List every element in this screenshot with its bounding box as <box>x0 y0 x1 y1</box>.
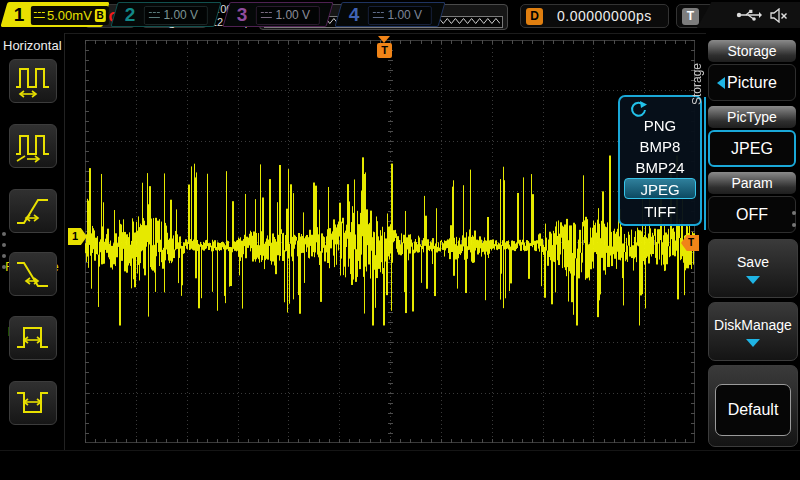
channel4-scale-box: 1.00 V <box>368 5 432 24</box>
plus-width-icon <box>13 318 53 358</box>
trigger-position-pointer <box>378 36 390 43</box>
pictype-value: JPEG <box>731 140 773 158</box>
menu-tab-title: Storage <box>690 52 706 116</box>
status-icons-box <box>697 2 800 28</box>
channel1-scale-box: 5.00mV B <box>31 5 109 24</box>
channel4-number: 4 <box>349 4 360 26</box>
popup-item-bmp24[interactable]: BMP24 <box>620 157 700 178</box>
channel1-status-box[interactable]: 1 5.00mV B <box>0 2 109 27</box>
bandwidth-limit-icon: B <box>95 8 106 21</box>
popup-item-tiff[interactable]: TIFF <box>620 201 700 222</box>
left-menu-title: Horizontal <box>3 38 62 53</box>
trigger-position-flag: T <box>377 43 392 58</box>
delay-icon: D <box>526 8 543 25</box>
channel3-number: 3 <box>237 4 248 26</box>
channel3-scale: 1.00 V <box>276 8 311 22</box>
menu-more-dots <box>792 203 796 235</box>
trigger-icon: T <box>682 8 699 25</box>
dc-coupling-icon <box>261 11 272 18</box>
popup-item-jpeg-selected[interactable]: JPEG <box>624 178 696 199</box>
usb-icon <box>736 8 762 22</box>
param-value: OFF <box>736 206 768 224</box>
channel3-scale-box: 1.00 V <box>256 5 320 24</box>
measure-falltime-button[interactable] <box>9 252 57 296</box>
channel2-number: 2 <box>125 4 136 26</box>
save-label: Save <box>709 254 797 270</box>
storage-type-button[interactable]: Picture <box>708 64 796 101</box>
waveform-display <box>85 40 695 443</box>
bottom-channel-bar <box>0 450 800 480</box>
trigger-position-marker[interactable]: T <box>377 36 392 59</box>
storage-type-value: Picture <box>727 74 777 92</box>
param-value-button[interactable]: OFF <box>708 196 796 233</box>
default-button[interactable]: Default <box>715 384 791 436</box>
dc-coupling-icon <box>34 11 45 18</box>
measure-nwidth-button[interactable] <box>9 381 57 425</box>
channel2-scale-box: 1.00 V <box>144 5 208 24</box>
measure-period-button[interactable] <box>9 59 57 103</box>
fall-time-icon <box>13 254 53 294</box>
pictype-section-header: PicType <box>708 106 796 128</box>
left-arrow-icon <box>717 77 725 89</box>
channel2-status-box[interactable]: 2 1.00 V <box>110 2 221 27</box>
save-dropdown-icon <box>746 276 760 284</box>
default-group: Default <box>708 365 798 447</box>
diskmanage-label: DiskManage <box>709 317 797 333</box>
delay-box[interactable]: D 0.00000000ps <box>520 4 669 28</box>
diskmanage-dropdown-icon <box>746 339 760 347</box>
channel2-scale: 1.00 V <box>164 8 199 22</box>
rise-time-icon <box>13 191 53 231</box>
popup-item-png[interactable]: PNG <box>620 115 700 136</box>
pictype-value-button[interactable]: JPEG <box>708 130 796 167</box>
minus-width-icon <box>13 383 53 423</box>
measure-risetime-button[interactable] <box>9 189 57 233</box>
dc-coupling-icon <box>373 11 384 18</box>
popup-item-bmp8[interactable]: BMP8 <box>620 136 700 157</box>
delay-value: 0.00000000ps <box>557 8 652 24</box>
diskmanage-button[interactable]: DiskManage <box>708 302 798 361</box>
param-section-header: Param <box>708 172 796 194</box>
channel4-status-box[interactable]: 4 1.00 V <box>334 2 445 27</box>
channel1-number: 1 <box>14 4 25 26</box>
sound-muted-icon <box>770 8 788 23</box>
save-button[interactable]: Save <box>708 239 798 298</box>
storage-section-header: Storage <box>708 40 796 62</box>
oscilloscope-screen: RIGOL STOP H 1.00 s 1.00MSa/s 12.0M pts … <box>0 0 800 480</box>
freq-icon <box>13 126 53 166</box>
measure-pwidth-button[interactable] <box>9 316 57 360</box>
channel3-status-box[interactable]: 3 1.00 V <box>222 2 333 27</box>
measure-freq-button[interactable] <box>9 124 57 168</box>
dc-coupling-icon <box>149 11 160 18</box>
channel4-scale: 1.00 V <box>388 8 423 22</box>
channel1-scale: 5.00mV <box>47 7 92 22</box>
period-icon <box>13 61 53 101</box>
left-measure-menu: Horizontal Period Freq <box>0 33 65 450</box>
